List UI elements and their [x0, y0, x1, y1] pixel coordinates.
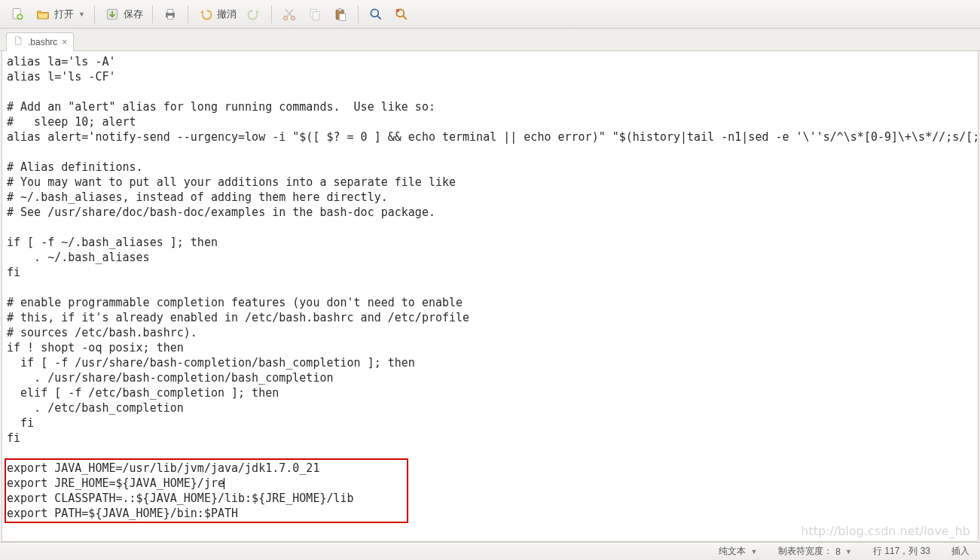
- code-content[interactable]: alias la='ls -A' alias l='ls -CF' # Add …: [2, 51, 978, 524]
- svg-rect-5: [168, 15, 173, 19]
- insert-mode[interactable]: 插入: [951, 545, 969, 558]
- paste-icon: [332, 6, 349, 23]
- svg-rect-12: [339, 14, 345, 20]
- separator: [188, 5, 188, 23]
- save-icon: [104, 6, 121, 23]
- cut-icon: [281, 6, 298, 23]
- open-button[interactable]: 打开 ▼: [30, 3, 90, 26]
- chevron-down-icon: ▼: [78, 11, 85, 18]
- copy-icon: [307, 6, 323, 23]
- cut-button[interactable]: [276, 3, 302, 26]
- syntax-mode-label: 纯文本: [719, 545, 746, 558]
- tab-width-label: 制表符宽度：: [778, 545, 832, 558]
- separator: [152, 5, 153, 23]
- save-label: 保存: [124, 8, 143, 21]
- undo-label: 撤消: [217, 8, 237, 21]
- syntax-mode-selector[interactable]: 纯文本 ▼: [719, 545, 757, 558]
- find-replace-button[interactable]: [389, 3, 414, 26]
- status-bar: 纯文本 ▼ 制表符宽度： 8 ▼ 行 117，列 33 插入: [0, 542, 980, 560]
- svg-rect-9: [313, 11, 319, 20]
- file-icon: [13, 35, 23, 48]
- watermark-text: http://blog.csdn.net/love_hb: [801, 524, 970, 538]
- copy-button[interactable]: [302, 3, 328, 26]
- tab-close-icon[interactable]: ×: [62, 37, 67, 47]
- tab-width-value: 8: [835, 546, 841, 557]
- new-file-icon: [9, 6, 26, 23]
- search-icon: [368, 6, 384, 23]
- redo-button[interactable]: [241, 3, 267, 26]
- tab-bar: .bashrc ×: [0, 29, 980, 51]
- editor-area[interactable]: alias la='ls -A' alias l='ls -CF' # Add …: [2, 51, 978, 542]
- find-button[interactable]: [363, 3, 389, 26]
- undo-icon: [197, 6, 214, 23]
- print-button[interactable]: [157, 3, 183, 26]
- separator: [271, 5, 272, 23]
- toolbar: 打开 ▼ 保存 撤消: [0, 0, 980, 29]
- cursor-position: 行 117，列 33: [873, 545, 930, 558]
- cursor-position-text: 行 117，列 33: [873, 545, 930, 558]
- folder-open-icon: [35, 6, 51, 23]
- tab-label: .bashrc: [28, 37, 57, 47]
- save-button[interactable]: 保存: [99, 3, 148, 26]
- undo-button[interactable]: 撤消: [193, 3, 241, 26]
- new-file-button[interactable]: [5, 3, 30, 26]
- print-icon: [162, 6, 179, 23]
- chevron-down-icon: ▼: [845, 548, 852, 555]
- svg-rect-4: [168, 9, 173, 13]
- find-replace-icon: [393, 6, 410, 23]
- separator: [358, 5, 359, 23]
- open-label: 打开: [54, 8, 74, 21]
- svg-rect-11: [338, 8, 342, 11]
- separator: [94, 5, 95, 23]
- svg-point-13: [371, 9, 378, 17]
- redo-icon: [246, 6, 262, 23]
- tab-bashrc[interactable]: .bashrc ×: [6, 32, 74, 51]
- chevron-down-icon: ▼: [750, 548, 757, 555]
- paste-button[interactable]: [328, 3, 353, 26]
- insert-mode-label: 插入: [951, 545, 969, 558]
- tab-width-selector[interactable]: 制表符宽度： 8 ▼: [778, 545, 852, 558]
